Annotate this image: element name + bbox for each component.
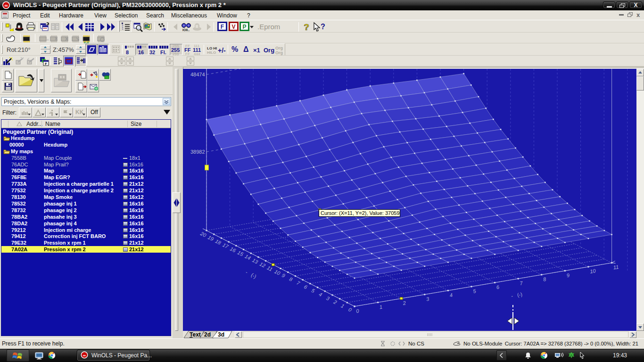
svg-text:11: 11 xyxy=(613,264,619,271)
svg-text:38982: 38982 xyxy=(190,149,205,155)
svg-text:48474: 48474 xyxy=(190,72,205,77)
svg-text:2d: 2d xyxy=(204,331,211,338)
svg-text:3d: 3d xyxy=(218,331,224,338)
svg-text:Text: Text xyxy=(190,331,201,338)
svg-text:∞: ∞ xyxy=(83,353,86,358)
